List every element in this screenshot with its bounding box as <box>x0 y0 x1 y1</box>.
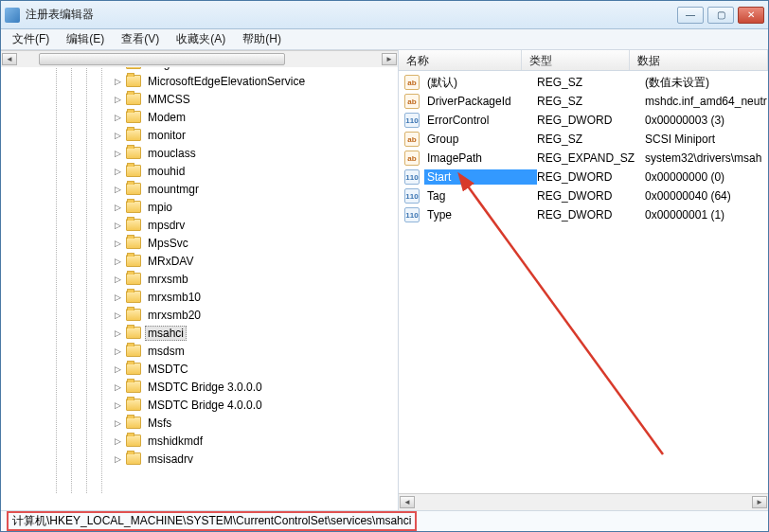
scroll-right-icon[interactable]: ► <box>752 496 767 508</box>
value-data: 0x00000000 (0) <box>645 170 768 184</box>
tree-item-mrxsmb10[interactable]: ▷mrxsmb10 <box>1 288 398 306</box>
value-row-driverpackageid[interactable]: abDriverPackageIdREG_SZmshdc.inf_amd64_n… <box>399 92 768 111</box>
expander-icon[interactable]: ▷ <box>111 129 124 142</box>
tree-label: Modem <box>145 110 188 125</box>
tree-pane: ▷MegaSR▷MicrosoftEdgeElevationService▷MM… <box>1 50 399 510</box>
value-type: REG_DWORD <box>537 170 645 184</box>
expander-icon[interactable]: ▷ <box>111 345 124 358</box>
value-row-start[interactable]: 110StartREG_DWORD0x00000000 (0) <box>399 168 768 186</box>
expander-icon[interactable]: ▷ <box>111 237 124 250</box>
expander-icon[interactable]: ▷ <box>111 183 124 196</box>
value-row-tag[interactable]: 110TagREG_DWORD0x00000040 (64) <box>399 186 768 205</box>
tree-item-monitor[interactable]: ▷monitor <box>1 126 398 144</box>
folder-icon <box>126 452 141 465</box>
string-value-icon: ab <box>404 94 420 109</box>
menu-view[interactable]: 查看(V) <box>114 29 167 49</box>
folder-icon <box>126 417 141 429</box>
tree-item-msdtc[interactable]: ▷MSDTC <box>1 360 398 378</box>
expander-icon[interactable]: ▷ <box>111 434 124 448</box>
tree-item-msahci[interactable]: ▷msahci <box>1 324 398 342</box>
registry-editor-window: 注册表编辑器 — ▢ ✕ 文件(F) 编辑(E) 查看(V) 收藏夹(A) 帮助… <box>0 0 769 532</box>
value-data: mshdc.inf_amd64_neutr <box>645 95 768 108</box>
scroll-thumb[interactable] <box>39 53 285 65</box>
expander-icon[interactable]: ▷ <box>111 165 124 178</box>
menu-file[interactable]: 文件(F) <box>5 29 57 49</box>
tree-item-msdtc-bridge-4-0-0-0[interactable]: ▷MSDTC Bridge 4.0.0.0 <box>1 396 398 414</box>
expander-icon[interactable]: ▷ <box>111 111 124 124</box>
registry-tree[interactable]: ▷MegaSR▷MicrosoftEdgeElevationService▷MM… <box>1 50 398 493</box>
close-button[interactable]: ✕ <box>738 7 764 24</box>
expander-icon[interactable]: ▷ <box>111 327 124 340</box>
tree-item-mpssvc[interactable]: ▷MpsSvc <box>1 234 398 252</box>
titlebar[interactable]: 注册表编辑器 — ▢ ✕ <box>1 1 768 29</box>
expander-icon[interactable]: ▷ <box>111 75 124 88</box>
tree-label: MMCSS <box>145 92 193 107</box>
tree-label: mouhid <box>145 164 188 179</box>
tree-item-microsoftedgeelevationservice[interactable]: ▷MicrosoftEdgeElevationService <box>1 72 398 90</box>
tree-item-modem[interactable]: ▷Modem <box>1 108 398 126</box>
value-row-imagepath[interactable]: abImagePathREG_EXPAND_SZsystem32\drivers… <box>399 149 768 168</box>
value-row-type[interactable]: 110TypeREG_DWORD0x00000001 (1) <box>399 205 768 224</box>
folder-icon <box>126 345 141 357</box>
expander-icon[interactable]: ▷ <box>111 273 124 286</box>
folder-icon <box>126 219 141 231</box>
expander-icon[interactable]: ▷ <box>111 417 124 430</box>
menu-favorites[interactable]: 收藏夹(A) <box>169 29 233 49</box>
tree-hscrollbar[interactable]: ◄ ► <box>1 50 398 67</box>
values-hscrollbar[interactable]: ◄ ► <box>399 493 768 510</box>
tree-item-mountmgr[interactable]: ▷mountmgr <box>1 180 398 198</box>
value-row-errorcontrol[interactable]: 110ErrorControlREG_DWORD0x00000003 (3) <box>399 111 768 130</box>
expander-icon[interactable]: ▷ <box>111 147 124 160</box>
expander-icon[interactable]: ▷ <box>111 291 124 304</box>
expander-icon[interactable]: ▷ <box>111 363 124 376</box>
folder-icon <box>126 201 141 213</box>
tree-item-mrxsmb20[interactable]: ▷mrxsmb20 <box>1 306 398 324</box>
menu-edit[interactable]: 编辑(E) <box>59 29 112 49</box>
col-name[interactable]: 名称 <box>399 50 522 70</box>
minimize-button[interactable]: — <box>677 7 704 24</box>
tree-item-mouclass[interactable]: ▷mouclass <box>1 144 398 162</box>
window-title: 注册表编辑器 <box>26 7 677 23</box>
expander-icon[interactable]: ▷ <box>111 381 124 394</box>
expander-icon[interactable]: ▷ <box>111 255 124 268</box>
maximize-button[interactable]: ▢ <box>707 7 734 24</box>
tree-label: MSDTC Bridge 3.0.0.0 <box>145 380 265 395</box>
tree-item-mouhid[interactable]: ▷mouhid <box>1 162 398 180</box>
scroll-right-icon[interactable]: ► <box>382 53 397 65</box>
tree-item-msdtc-bridge-3-0-0-0[interactable]: ▷MSDTC Bridge 3.0.0.0 <box>1 378 398 396</box>
menu-help[interactable]: 帮助(H) <box>235 29 289 49</box>
value-name: Type <box>424 207 537 222</box>
tree-item-mshidkmdf[interactable]: ▷mshidkmdf <box>1 432 398 450</box>
expander-icon[interactable]: ▷ <box>111 201 124 214</box>
expander-icon[interactable]: ▷ <box>111 93 124 106</box>
values-list[interactable]: ab(默认)REG_SZ(数值未设置)abDriverPackageIdREG_… <box>399 71 768 493</box>
col-type[interactable]: 类型 <box>522 50 630 70</box>
expander-icon[interactable]: ▷ <box>111 399 124 412</box>
expander-icon[interactable]: ▷ <box>111 309 124 322</box>
folder-icon <box>126 381 141 393</box>
scroll-left-icon[interactable]: ◄ <box>400 496 415 508</box>
tree-item-mmcss[interactable]: ▷MMCSS <box>1 90 398 108</box>
folder-icon <box>126 237 141 249</box>
tree-item-msisadrv[interactable]: ▷msisadrv <box>1 450 398 468</box>
tree-label: MSDTC <box>145 362 191 377</box>
col-data[interactable]: 数据 <box>630 50 768 70</box>
tree-item-mrxdav[interactable]: ▷MRxDAV <box>1 252 398 270</box>
tree-item-msdsm[interactable]: ▷msdsm <box>1 342 398 360</box>
tree-item-mrxsmb[interactable]: ▷mrxsmb <box>1 270 398 288</box>
tree-item-mpio[interactable]: ▷mpio <box>1 198 398 216</box>
scroll-left-icon[interactable]: ◄ <box>2 53 17 65</box>
expander-icon[interactable]: ▷ <box>111 452 124 466</box>
value-name: Group <box>424 132 537 147</box>
tree-item-mpsdrv[interactable]: ▷mpsdrv <box>1 216 398 234</box>
string-value-icon: ab <box>404 132 420 147</box>
dword-value-icon: 110 <box>404 188 420 204</box>
value-row--[interactable]: ab(默认)REG_SZ(数值未设置) <box>399 73 768 92</box>
tree-item-msfs[interactable]: ▷Msfs <box>1 414 398 432</box>
value-data: SCSI Miniport <box>645 133 768 146</box>
statusbar: 计算机\HKEY_LOCAL_MACHINE\SYSTEM\CurrentCon… <box>1 510 768 531</box>
expander-icon[interactable]: ▷ <box>111 219 124 232</box>
tree-label: monitor <box>145 128 188 143</box>
column-headers[interactable]: 名称 类型 数据 <box>399 50 768 71</box>
value-row-group[interactable]: abGroupREG_SZSCSI Miniport <box>399 130 768 149</box>
